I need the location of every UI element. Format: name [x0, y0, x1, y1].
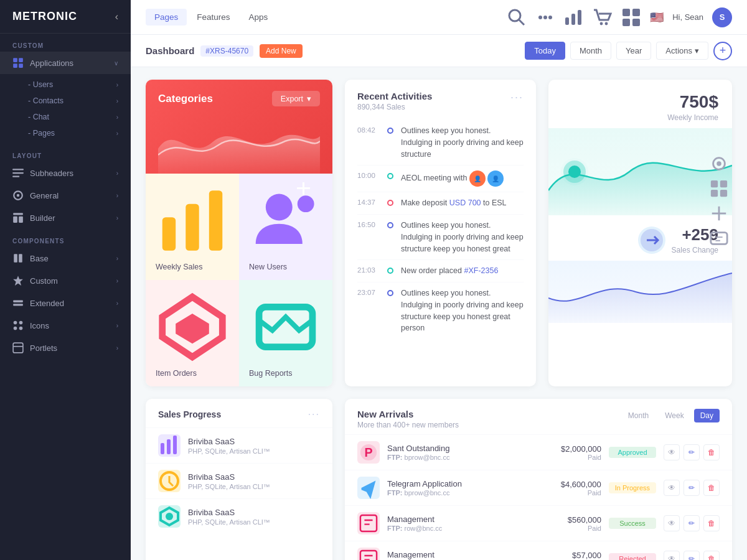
grid-icon-btn[interactable] — [535, 7, 555, 27]
arrival-edit-btn-3[interactable]: ✏ — [684, 515, 700, 531]
logo: METRONIC — [12, 10, 77, 23]
svg-rect-3 — [19, 63, 23, 68]
arrival-actions-1: 👁 ✏ 🗑 — [664, 444, 720, 460]
svg-rect-36 — [162, 217, 176, 251]
tab-pages[interactable]: Pages — [146, 9, 187, 26]
sidebar-sub-users[interactable]: - Users› — [28, 77, 118, 93]
arrival-edit-btn-1[interactable]: ✏ — [684, 444, 700, 460]
arrival-icon-1: P — [357, 441, 380, 464]
tab-features[interactable]: Features — [188, 9, 238, 26]
builder-label: Builder — [30, 213, 55, 223]
layout-section-label: LAYOUT — [0, 144, 131, 162]
custom-icon — [12, 275, 24, 286]
sidebar-item-icons[interactable]: Icons › — [0, 314, 131, 337]
arrival-delete-btn-2[interactable]: 🗑 — [703, 480, 720, 496]
arrival-edit-btn-4[interactable]: ✏ — [684, 551, 700, 560]
svg-point-30 — [600, 22, 603, 25]
right-panel-icon-1[interactable] — [710, 154, 728, 173]
arrival-delete-btn-4[interactable]: 🗑 — [703, 551, 720, 560]
sidebar-item-portlets[interactable]: Portlets › — [0, 337, 131, 359]
arrival-row-2: Telegram Application FTP: bprow@bnc.cc $… — [345, 470, 732, 505]
category-weekly-sales[interactable]: Weekly Sales — [146, 174, 239, 280]
new-arrivals-card: New Arrivals More than 400+ new members … — [345, 399, 732, 560]
arrival-view-btn-4[interactable]: 👁 — [664, 551, 680, 560]
weekly-income-chart — [548, 128, 732, 215]
sidebar-item-general[interactable]: General › — [0, 184, 131, 207]
svg-point-49 — [716, 161, 721, 166]
flag-icon: 🇺🇸 — [650, 11, 664, 24]
right-panel-icon-2[interactable] — [710, 179, 728, 198]
svg-rect-11 — [19, 217, 23, 223]
svg-rect-52 — [711, 190, 718, 197]
sidebar-item-custom[interactable]: Custom › — [0, 269, 131, 292]
sidebar-sub-pages[interactable]: - Pages› — [28, 125, 118, 141]
sales-progress-menu[interactable]: ··· — [308, 409, 320, 420]
arrival-view-btn-3[interactable]: 👁 — [664, 515, 680, 531]
activity-dot — [387, 290, 393, 296]
activity-text: Outlines keep you honest. Indulging in p… — [401, 220, 524, 254]
arrivals-tab-day[interactable]: Day — [694, 409, 720, 422]
sidebar-toggle-icon[interactable]: ‹ — [115, 11, 118, 22]
category-item-orders[interactable]: Item Orders — [146, 280, 239, 386]
arrival-actions-4: 👁 ✏ 🗑 — [664, 551, 720, 560]
sidebar-sub-contacts[interactable]: - Contacts› — [28, 93, 118, 109]
month-button[interactable]: Month — [570, 42, 611, 60]
arrival-delete-btn-3[interactable]: 🗑 — [703, 515, 720, 531]
activities-menu-icon[interactable]: ··· — [510, 91, 524, 104]
activity-link[interactable]: USD 700 — [449, 198, 481, 207]
svg-point-18 — [14, 327, 17, 330]
custom-chevron: › — [116, 278, 118, 284]
progress-name-2: Briviba SaaS — [188, 472, 320, 482]
chart-icon-btn[interactable] — [564, 7, 584, 27]
tab-apps[interactable]: Apps — [240, 9, 277, 26]
category-new-users[interactable]: + New Users — [239, 174, 332, 280]
activity-dot — [387, 200, 393, 206]
sidebar-item-extended[interactable]: Extended › — [0, 292, 131, 314]
subheader: Dashboard #XRS-45670 Add New Today Month… — [131, 35, 747, 67]
right-panel-icon-4[interactable] — [710, 229, 728, 248]
progress-sub-2: PHP, SQLite, Artisan CLI™ — [188, 483, 320, 490]
arrival-delete-btn-1[interactable]: 🗑 — [703, 444, 720, 460]
activity-link[interactable]: #XF-2356 — [464, 266, 498, 275]
sidebar-item-base[interactable]: Base › — [0, 247, 131, 269]
sidebar-item-builder[interactable]: Builder › — [0, 207, 131, 229]
add-icon-button[interactable]: + — [713, 42, 732, 60]
new-arrivals-title: New Arrivals — [357, 409, 459, 419]
actions-dropdown[interactable]: Actions ▾ — [656, 42, 708, 60]
topnav-tabs: Pages Features Apps — [146, 9, 276, 26]
svg-rect-12 — [14, 254, 17, 263]
cart-icon-btn[interactable] — [593, 7, 613, 27]
extended-chevron: › — [116, 300, 118, 307]
right-panel-icon-3[interactable] — [710, 204, 728, 223]
add-new-button[interactable]: Add New — [260, 44, 303, 58]
arrival-edit-btn-2[interactable]: ✏ — [684, 480, 700, 496]
builder-chevron: › — [116, 215, 118, 222]
arrivals-tab-month[interactable]: Month — [622, 409, 655, 422]
export-button[interactable]: Export ▾ — [272, 91, 320, 106]
user-avatar[interactable]: S — [712, 7, 732, 27]
arrival-row-3: Management FTP: row@bnc.cc $560,000 Paid… — [345, 505, 732, 541]
arrival-view-btn-2[interactable]: 👁 — [664, 480, 680, 496]
svg-point-26 — [548, 16, 552, 19]
activity-dot — [387, 268, 393, 274]
main-area: Pages Features Apps 🇺🇸 Hi, Sean S — [131, 0, 747, 560]
arrivals-tab-week[interactable]: Week — [659, 409, 690, 422]
year-button[interactable]: Year — [616, 42, 651, 60]
sidebar-item-subheaders[interactable]: Subheaders › — [0, 162, 131, 184]
today-button[interactable]: Today — [525, 42, 565, 60]
arrival-view-btn-1[interactable]: 👁 — [664, 444, 680, 460]
bottom-row: Sales Progress ··· Briviba SaaS PHP, SQL… — [146, 399, 732, 560]
category-bug-reports[interactable]: Bug Reports — [239, 280, 332, 386]
categories-grid: Weekly Sales + New Users Item Orders — [146, 174, 332, 386]
layout-icon-btn[interactable] — [621, 7, 641, 27]
svg-rect-37 — [186, 204, 199, 251]
sales-progress-title: Sales Progress — [158, 409, 221, 419]
svg-text:+: + — [296, 182, 311, 203]
sidebar-item-applications[interactable]: Applications ∨ — [0, 52, 131, 74]
sidebar-sub-chat[interactable]: - Chat› — [28, 109, 118, 125]
search-icon-btn[interactable] — [507, 7, 527, 27]
ticket-badge[interactable]: #XRS-45670 — [200, 45, 253, 57]
svg-point-16 — [14, 321, 17, 325]
activity-item: 14:37 Make deposit USD 700 to ESL — [357, 192, 524, 215]
svg-rect-6 — [12, 176, 19, 177]
